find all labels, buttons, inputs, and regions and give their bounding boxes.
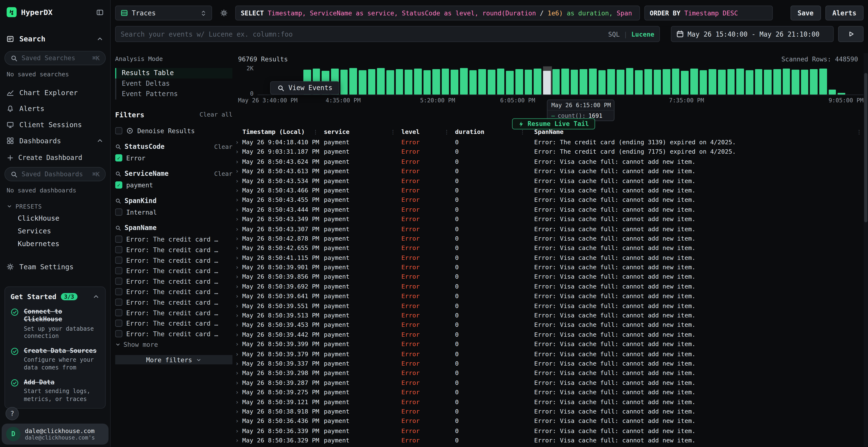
histogram-bar[interactable] <box>451 70 458 94</box>
expand-row-icon[interactable]: › <box>235 216 239 223</box>
table-row[interactable]: ›May 26 8:50:39.641 PMpaymentError0Error… <box>232 291 863 301</box>
histogram-bar[interactable] <box>552 69 560 95</box>
presets-toggle[interactable]: PRESETS <box>7 203 104 210</box>
save-button[interactable]: Save <box>790 5 821 21</box>
table-row[interactable]: ›May 26 8:50:43.349 PMpaymentError0Error… <box>232 215 863 224</box>
scrollbar-thumb[interactable] <box>864 73 868 222</box>
view-events-button[interactable]: View Events <box>270 81 340 95</box>
expand-row-icon[interactable]: › <box>235 437 239 444</box>
expand-row-icon[interactable]: › <box>235 226 239 233</box>
table-row[interactable]: ›May 26 8:50:39.337 PMpaymentError0Error… <box>232 359 863 369</box>
histogram-bar[interactable] <box>506 71 514 95</box>
column-header-duration[interactable]: duration <box>451 128 527 138</box>
help-button[interactable]: ? <box>5 407 19 420</box>
table-row[interactable]: ›May 26 9:03:31.187 PMpaymentError0Error… <box>232 147 863 157</box>
histogram-bar[interactable] <box>571 70 578 95</box>
histogram-bar[interactable] <box>607 69 615 95</box>
expand-row-icon[interactable]: › <box>235 235 239 242</box>
checkbox[interactable] <box>115 299 123 306</box>
table-row[interactable]: ›May 26 9:04:18.410 PMpaymentError0Error… <box>232 138 863 147</box>
checkbox[interactable] <box>115 288 123 295</box>
table-row[interactable]: ›May 26 8:50:43.466 PMpaymentError0Error… <box>232 186 863 195</box>
checkbox[interactable] <box>115 256 123 264</box>
histogram-bar[interactable] <box>423 71 431 95</box>
checkbox[interactable] <box>115 319 123 327</box>
filter-option[interactable]: Internal <box>115 207 233 217</box>
get-started-step[interactable]: Connect to ClickHouse Set up your databa… <box>10 308 100 340</box>
table-row[interactable]: ›May 26 8:50:39.121 PMpaymentError0Error… <box>232 398 863 407</box>
table-row[interactable]: ›May 26 8:50:39.453 PMpaymentError0Error… <box>232 320 863 330</box>
checkbox[interactable]: ✓ <box>115 181 123 188</box>
table-row[interactable]: ›May 26 8:50:39.901 PMpaymentError0Error… <box>232 263 863 272</box>
table-row[interactable]: ›May 26 8:50:39.287 PMpaymentError0Error… <box>232 378 863 388</box>
histogram-bar[interactable] <box>598 70 606 95</box>
filter-group-header[interactable]: SpanName <box>115 224 233 232</box>
source-settings-button[interactable] <box>217 6 231 20</box>
histogram-bar[interactable] <box>359 70 366 95</box>
expand-row-icon[interactable]: › <box>235 293 239 300</box>
collapse-sidebar-icon[interactable] <box>96 9 103 16</box>
table-row[interactable]: ›May 26 8:50:36.339 PMpaymentError0Error… <box>232 426 863 436</box>
filter-option[interactable]: ✓Error <box>115 153 233 163</box>
time-range-picker[interactable]: May 26 15:40:00 - May 26 21:10:00 <box>671 26 834 42</box>
table-row[interactable]: ›May 26 8:50:42.878 PMpaymentError0Error… <box>232 234 863 243</box>
table-row[interactable]: ›May 26 8:50:43.613 PMpaymentError0Error… <box>232 166 863 176</box>
sql-query[interactable]: SELECT Timestamp, ServiceName as service… <box>235 5 640 21</box>
column-header-service[interactable]: service <box>320 128 397 138</box>
event-search-box[interactable]: SQL | Lucene <box>115 26 660 42</box>
histogram-bar[interactable] <box>469 70 477 95</box>
get-started-step[interactable]: Add Data Start sending logs, metrics, or… <box>10 378 100 403</box>
histogram-bar[interactable] <box>635 70 643 95</box>
histogram-bar[interactable] <box>488 70 495 95</box>
run-query-button[interactable] <box>838 26 864 42</box>
sidebar-item-team-settings[interactable]: Team Settings <box>4 260 105 273</box>
expand-row-icon[interactable]: › <box>235 370 239 377</box>
filter-option[interactable]: Error: The credit card … <box>115 308 233 318</box>
table-row[interactable]: ›May 26 8:50:41.115 PMpaymentError0Error… <box>232 253 863 263</box>
histogram-bar[interactable] <box>525 69 532 94</box>
expand-row-icon[interactable]: › <box>235 302 239 309</box>
expand-row-icon[interactable]: › <box>235 331 239 338</box>
expand-row-icon[interactable]: › <box>235 408 239 415</box>
histogram-bar[interactable] <box>350 68 357 94</box>
histogram-bar[interactable] <box>838 93 845 95</box>
filter-option[interactable]: Error: The credit card … <box>115 318 233 329</box>
histogram-bar[interactable] <box>819 69 827 95</box>
sidebar-item-client-sessions[interactable]: Client Sessions <box>4 118 105 131</box>
column-header-spanname[interactable]: SpanName <box>527 128 864 138</box>
chevron-up-icon[interactable] <box>96 35 103 42</box>
expand-row-icon[interactable]: › <box>235 264 239 271</box>
table-row[interactable]: ›May 26 8:50:39.551 PMpaymentError0Error… <box>232 301 863 311</box>
table-row[interactable]: ›May 26 8:50:39.379 PMpaymentError0Error… <box>232 349 863 359</box>
expand-row-icon[interactable]: › <box>235 283 239 290</box>
histogram-bar[interactable] <box>727 69 735 95</box>
histogram-bar[interactable] <box>460 68 467 95</box>
sidebar-item-alerts[interactable]: Alerts <box>4 102 105 115</box>
histogram-bar[interactable] <box>589 68 596 94</box>
filter-option[interactable]: Error: The credit card … <box>115 329 233 339</box>
column-header-timestamp[interactable]: Timestamp (Local) <box>232 128 320 138</box>
table-row[interactable]: ›May 26 8:50:43.455 PMpaymentError0Error… <box>232 195 863 205</box>
histogram-bar[interactable] <box>386 70 394 94</box>
chevron-up-icon[interactable] <box>92 293 100 300</box>
filter-option[interactable]: Error: The credit card … <box>115 265 233 276</box>
expand-row-icon[interactable]: › <box>235 273 239 281</box>
histogram-bar[interactable] <box>736 68 744 94</box>
histogram-bar[interactable] <box>377 68 384 95</box>
expand-row-icon[interactable]: › <box>235 148 239 156</box>
table-row[interactable]: ›May 26 8:50:39.856 PMpaymentError0Error… <box>232 272 863 282</box>
vertical-scrollbar[interactable] <box>864 53 868 447</box>
table-row[interactable]: ›May 26 8:50:38.918 PMpaymentError0Error… <box>232 407 863 417</box>
resume-live-tail-button[interactable]: Resume Live Tail <box>512 118 595 129</box>
histogram-bar[interactable] <box>478 69 486 94</box>
table-row[interactable]: ›May 26 8:50:39.513 PMpaymentError0Error… <box>232 311 863 320</box>
show-more[interactable]: Show more <box>115 341 233 348</box>
histogram-bar[interactable] <box>653 70 661 94</box>
histogram-bar[interactable] <box>755 69 763 95</box>
histogram-bar[interactable] <box>801 70 808 94</box>
expand-row-icon[interactable]: › <box>235 418 239 425</box>
filter-group-header[interactable]: ServiceNameClear <box>115 170 233 177</box>
get-started-step[interactable]: Create Data Sources Configure where your… <box>10 347 100 372</box>
histogram-bar[interactable] <box>515 69 523 95</box>
histogram-bar[interactable] <box>644 69 652 95</box>
